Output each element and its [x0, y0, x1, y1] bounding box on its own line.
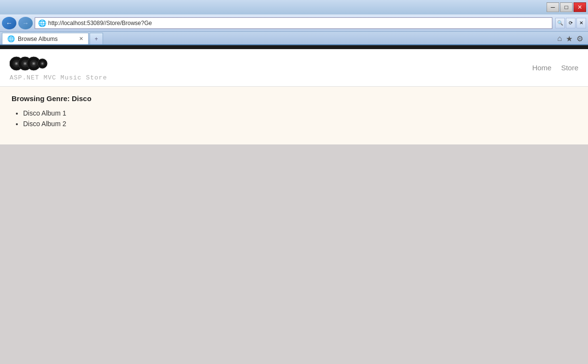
tab-label: Browse Albums: [18, 36, 58, 42]
page-wrapper: ASP.NET MVC Music Store Home Store Brows…: [0, 49, 588, 144]
site-title: ASP.NET MVC Music Store: [10, 74, 107, 81]
album-list: Disco Album 1Disco Album 2: [23, 109, 576, 128]
search-dropdown-button[interactable]: 🔍: [555, 18, 565, 28]
address-icons: 🔍 ⟳ ✕: [555, 18, 586, 28]
favorites-icon[interactable]: ★: [566, 34, 573, 43]
forward-button[interactable]: →: [18, 17, 33, 29]
svg-point-3: [15, 63, 17, 65]
active-tab[interactable]: 🌐 Browse Albums ✕: [2, 33, 89, 44]
list-item[interactable]: Disco Album 1: [23, 109, 576, 117]
window-controls: ─ □ ✕: [547, 2, 586, 12]
settings-icon[interactable]: ⚙: [576, 34, 583, 43]
url-text: http://localhost:53089//Store/Browse?Ge: [48, 20, 152, 26]
minimize-button[interactable]: ─: [547, 2, 559, 12]
content-area: Browsing Genre: Disco Disco Album 1Disco…: [0, 87, 588, 144]
browser-window: ─ □ ✕ ← → 🌐 http://localhost:53089//Stor…: [0, 0, 588, 364]
nav-home-link[interactable]: Home: [532, 64, 551, 72]
nav-store-link[interactable]: Store: [561, 64, 578, 72]
address-bar[interactable]: 🌐 http://localhost:53089//Store/Browse?G…: [35, 17, 552, 29]
browsing-heading: Browsing Genre: Disco: [12, 94, 576, 103]
logo-discs: [10, 54, 107, 73]
logo-area: ASP.NET MVC Music Store: [10, 54, 107, 81]
back-button[interactable]: ←: [2, 17, 16, 29]
svg-point-11: [33, 63, 35, 65]
ie-icon: 🌐: [38, 19, 46, 27]
tab-icon: 🌐: [7, 35, 15, 42]
vinyl-logo: [10, 54, 48, 73]
svg-point-15: [42, 63, 43, 65]
list-item[interactable]: Disco Album 2: [23, 120, 576, 128]
new-tab-button[interactable]: +: [90, 33, 103, 44]
title-bar: ─ □ ✕: [0, 0, 588, 14]
site-nav: Home Store: [532, 64, 578, 72]
refresh-button[interactable]: ⟳: [566, 18, 575, 28]
stop-button[interactable]: ✕: [576, 18, 586, 28]
site-header: ASP.NET MVC Music Store Home Store: [0, 49, 588, 87]
close-button[interactable]: ✕: [574, 2, 586, 12]
tab-bar: 🌐 Browse Albums ✕ + ⌂ ★ ⚙: [0, 32, 588, 45]
tab-close-button[interactable]: ✕: [79, 36, 83, 42]
home-icon[interactable]: ⌂: [557, 34, 562, 43]
browser-toolbar: ← → 🌐 http://localhost:53089//Store/Brow…: [0, 14, 588, 32]
svg-point-7: [24, 63, 26, 65]
bottom-area: [0, 144, 588, 364]
accent-bar: [0, 45, 588, 49]
maximize-button[interactable]: □: [560, 2, 573, 12]
